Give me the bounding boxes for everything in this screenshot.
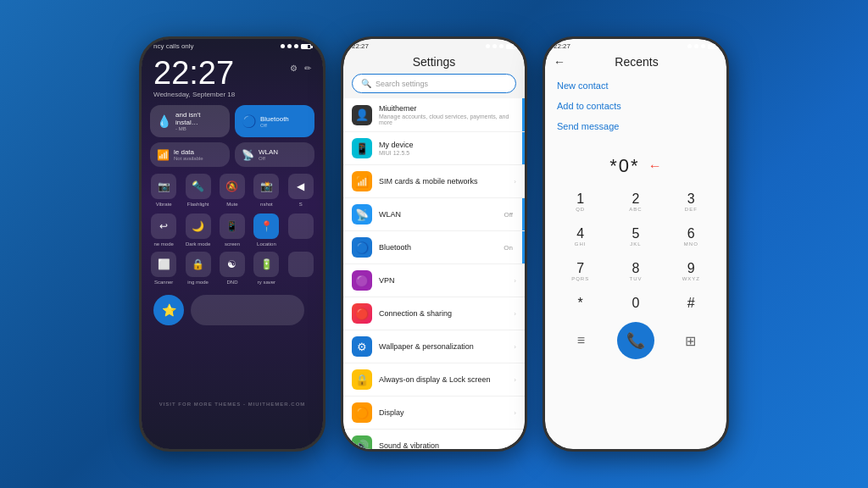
bluetooth-value: On — [504, 244, 513, 252]
location-icon: 📍 — [253, 214, 279, 239]
airplane-label: ne mode — [154, 241, 174, 247]
key-9[interactable]: 9 WXYZ — [665, 255, 718, 288]
signal-dot — [281, 44, 285, 48]
bluetooth-tile-sub: Off — [260, 123, 289, 128]
display-content: Display — [379, 408, 507, 417]
edit-icon[interactable]: ✏ — [304, 64, 311, 73]
wlan-divider — [522, 198, 525, 230]
time-date-col: 22:27 Wednesday, September 18 — [153, 57, 235, 98]
key-6[interactable]: 6 MNO — [665, 220, 718, 253]
bluetooth-tile[interactable]: 🔵 Bluetooth Off — [235, 105, 314, 137]
flashlight-toggle[interactable]: 🔦 Flashlight — [182, 174, 213, 207]
key-3-letters: DEF — [685, 207, 698, 212]
settings-item-wlan[interactable]: 📡 WLAN Off — [343, 198, 525, 231]
settings-item-sound[interactable]: 🔊 Sound & vibration › — [343, 430, 525, 449]
screenshot-toggle[interactable]: 📸 nshot — [251, 174, 281, 207]
key-8-letters: TUV — [629, 276, 642, 281]
dnd-toggle[interactable]: ☯ DND — [217, 252, 248, 285]
data-tile-icon: 💧 — [157, 114, 171, 128]
settings-item-display[interactable]: 🟠 Display › — [343, 396, 525, 430]
sim-title: SIM cards & mobile networks — [379, 177, 507, 186]
settings-item-bluetooth[interactable]: 🔵 Bluetooth On — [343, 231, 525, 264]
key-8[interactable]: 8 TUV — [609, 255, 662, 288]
connection-title: Connection & sharing — [379, 309, 507, 318]
key-6-letters: MNO — [684, 241, 698, 247]
wlan-tile-icon: 📡 — [242, 149, 254, 161]
extra-toggle1[interactable]: ◀ S — [286, 174, 316, 207]
key-3[interactable]: 3 DEF — [665, 186, 718, 219]
battery-saver-toggle[interactable]: 🔋 ry saver — [251, 252, 281, 285]
phone-3: 22:27 ← Recents New contact Add to conta… — [542, 36, 729, 452]
dialpad-menu-icon[interactable]: ≡ — [562, 322, 599, 359]
call-button[interactable]: 📞 — [617, 322, 654, 359]
cc-grid-row3: ⬜ Scanner 🔒 ing mode ☯ DND 🔋 ry saver — [142, 250, 323, 288]
dialer-backspace-button[interactable]: ← — [648, 158, 662, 174]
wlan-value: Off — [504, 211, 513, 219]
time-display: 22:27 — [153, 57, 235, 89]
settings-item-vpn[interactable]: 🟣 VPN › — [343, 264, 525, 297]
key-4[interactable]: 4 GHI — [554, 220, 607, 253]
key-6-num: 6 — [687, 227, 695, 241]
display-chevron: › — [514, 409, 516, 417]
recents-status-bar: 22:27 — [545, 39, 726, 52]
scanner-icon: ⬜ — [151, 252, 176, 277]
key-7-num: 7 — [576, 262, 584, 275]
scanner-toggle[interactable]: ⬜ Scanner — [148, 252, 179, 285]
wlan-tile[interactable]: 📡 WLAN Off — [235, 142, 314, 167]
settings-item-connection[interactable]: 🔴 Connection & sharing › — [343, 297, 525, 330]
vpn-icon: 🟣 — [352, 270, 372, 291]
sim-content: SIM cards & mobile networks — [379, 177, 507, 186]
new-contact-action[interactable]: New contact — [557, 79, 715, 92]
add-to-contacts-action[interactable]: Add to contacts — [557, 99, 715, 113]
send-message-action[interactable]: Send message — [557, 119, 715, 133]
key-2-letters: ABC — [629, 207, 642, 212]
key-star-num: * — [578, 297, 583, 310]
display-title: Display — [379, 408, 507, 417]
mydevice-divider — [522, 132, 525, 164]
reading-toggle[interactable]: 🔒 ing mode — [182, 252, 213, 285]
key-5[interactable]: 5 JKL — [609, 220, 662, 253]
settings-item-wallpaper[interactable]: ⚙ Wallpaper & personalization › — [343, 330, 525, 363]
key-2[interactable]: 2 ABC — [609, 186, 662, 219]
key-7[interactable]: 7 PQRS — [554, 255, 607, 288]
key-4-num: 4 — [576, 227, 584, 241]
wlan-icon: 📡 — [352, 204, 372, 225]
settings-item-sim[interactable]: 📶 SIM cards & mobile networks › — [343, 165, 525, 198]
wlan-content: WLAN — [379, 210, 497, 219]
vpn-title: VPN — [379, 276, 507, 285]
mobile-data-tile[interactable]: 📶 le data Not available — [150, 142, 230, 167]
vibrate-label: Vibrate — [156, 202, 172, 207]
vibrate-toggle[interactable]: 📷 Vibrate — [148, 174, 179, 207]
dialpad-grid-icon[interactable]: ⊞ — [672, 322, 709, 359]
screen-toggle[interactable]: 📱 screen — [217, 214, 248, 247]
wlan-tile-sub: Off — [259, 156, 278, 161]
miuithemer-icon: 👤 — [352, 105, 372, 125]
bluetooth-icon: 🔵 — [352, 237, 372, 258]
key-star[interactable]: * — [554, 290, 607, 317]
settings-list: 👤 Miuithemer Manage accounts, cloud serv… — [343, 98, 525, 449]
key-hash[interactable]: # — [665, 290, 718, 317]
settings-item-miuithemer[interactable]: 👤 Miuithemer Manage accounts, cloud serv… — [343, 98, 525, 132]
back-button[interactable]: ← — [554, 55, 565, 69]
vpn-content: VPN — [379, 276, 507, 285]
mute-toggle[interactable]: 🔕 Mute — [217, 174, 248, 207]
mobile-data-icon: 📶 — [157, 149, 170, 161]
settings-status-bar: 22:27 — [343, 39, 525, 52]
data-tile[interactable]: 💧 and isn't instal… - MB — [150, 105, 230, 137]
settings-item-mydevice[interactable]: 📱 My device MIUI 12.5.5 — [343, 132, 525, 165]
key-0[interactable]: 0 — [609, 290, 662, 317]
settings-item-alwayson[interactable]: 🔒 Always-on display & Lock screen › — [343, 363, 525, 396]
darkmode-label: Dark mode — [186, 241, 210, 247]
star-button[interactable]: ⭐ — [153, 295, 184, 325]
key-5-letters: JKL — [630, 241, 641, 247]
mydevice-icon: 📱 — [352, 138, 372, 158]
settings-gear-icon[interactable]: ⚙ — [290, 64, 298, 73]
key-1[interactable]: 1 QD — [554, 186, 607, 219]
screen-settings: 22:27 Settings 🔍 Search settings 👤 Miuit… — [343, 39, 525, 449]
wallpaper-title: Wallpaper & personalization — [379, 342, 507, 351]
location-toggle[interactable]: 📍 Location — [251, 214, 281, 247]
cc-grid-row1: 📷 Vibrate 🔦 Flashlight 🔕 Mute 📸 nshot ◀ … — [142, 169, 323, 212]
settings-search-bar[interactable]: 🔍 Search settings — [352, 74, 516, 93]
airplane-toggle[interactable]: ↩ ne mode — [148, 214, 179, 247]
darkmode-toggle[interactable]: 🌙 Dark mode — [182, 214, 213, 247]
